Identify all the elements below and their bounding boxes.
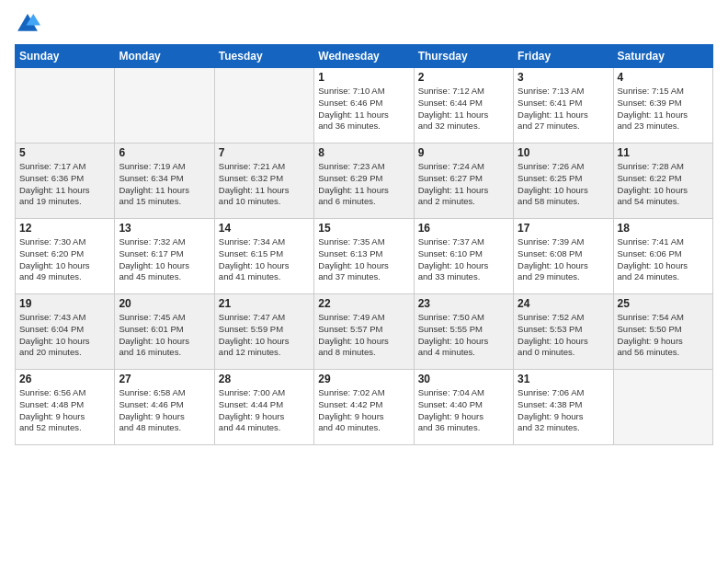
day-info: Sunrise: 7:30 AM Sunset: 6:20 PM Dayligh… (19, 236, 110, 283)
day-number: 28 (219, 373, 310, 385)
day-number: 23 (418, 297, 509, 310)
calendar-cell: 3Sunrise: 7:13 AM Sunset: 6:41 PM Daylig… (514, 68, 613, 144)
calendar-cell: 9Sunrise: 7:24 AM Sunset: 6:27 PM Daylig… (414, 144, 513, 219)
calendar-week-row: 5Sunrise: 7:17 AM Sunset: 6:36 PM Daylig… (16, 144, 713, 219)
day-info: Sunrise: 7:28 AM Sunset: 6:22 PM Dayligh… (618, 161, 709, 208)
day-info: Sunrise: 7:52 AM Sunset: 5:53 PM Dayligh… (518, 312, 609, 359)
calendar-cell: 26Sunrise: 6:56 AM Sunset: 4:48 PM Dayli… (16, 370, 115, 445)
calendar-cell: 14Sunrise: 7:34 AM Sunset: 6:15 PM Dayli… (214, 219, 313, 294)
day-number: 31 (518, 373, 609, 385)
weekday-header-sunday: Sunday (16, 45, 115, 68)
calendar-cell: 2Sunrise: 7:12 AM Sunset: 6:44 PM Daylig… (414, 68, 513, 144)
day-info: Sunrise: 7:34 AM Sunset: 6:15 PM Dayligh… (219, 236, 310, 283)
calendar-table: SundayMondayTuesdayWednesdayThursdayFrid… (15, 44, 713, 445)
day-number: 27 (119, 373, 210, 385)
calendar-cell: 13Sunrise: 7:32 AM Sunset: 6:17 PM Dayli… (115, 219, 214, 294)
page: SundayMondayTuesdayWednesdayThursdayFrid… (0, 0, 728, 563)
day-info: Sunrise: 7:10 AM Sunset: 6:46 PM Dayligh… (318, 86, 409, 132)
day-info: Sunrise: 7:41 AM Sunset: 6:06 PM Dayligh… (618, 236, 709, 283)
calendar-cell: 17Sunrise: 7:39 AM Sunset: 6:08 PM Dayli… (514, 219, 613, 294)
day-info: Sunrise: 7:19 AM Sunset: 6:34 PM Dayligh… (119, 161, 210, 208)
calendar-cell: 30Sunrise: 7:04 AM Sunset: 4:40 PM Dayli… (414, 370, 513, 445)
calendar-cell: 16Sunrise: 7:37 AM Sunset: 6:10 PM Dayli… (414, 219, 513, 294)
weekday-header-friday: Friday (514, 45, 613, 68)
day-info: Sunrise: 7:00 AM Sunset: 4:44 PM Dayligh… (219, 387, 310, 434)
day-number: 14 (219, 222, 310, 235)
day-number: 11 (618, 146, 709, 159)
calendar-cell: 6Sunrise: 7:19 AM Sunset: 6:34 PM Daylig… (115, 144, 214, 219)
weekday-header-row: SundayMondayTuesdayWednesdayThursdayFrid… (16, 45, 713, 68)
calendar-cell: 25Sunrise: 7:54 AM Sunset: 5:50 PM Dayli… (613, 294, 712, 370)
calendar-week-row: 19Sunrise: 7:43 AM Sunset: 6:04 PM Dayli… (16, 294, 713, 370)
calendar-week-row: 12Sunrise: 7:30 AM Sunset: 6:20 PM Dayli… (16, 219, 713, 294)
logo-icon (15, 11, 40, 37)
calendar-cell: 5Sunrise: 7:17 AM Sunset: 6:36 PM Daylig… (16, 144, 115, 219)
day-info: Sunrise: 7:17 AM Sunset: 6:36 PM Dayligh… (19, 161, 110, 208)
day-info: Sunrise: 7:32 AM Sunset: 6:17 PM Dayligh… (119, 236, 210, 283)
day-number: 9 (418, 146, 509, 159)
calendar-cell: 1Sunrise: 7:10 AM Sunset: 6:46 PM Daylig… (314, 68, 414, 144)
day-number: 10 (518, 146, 609, 159)
calendar-cell: 24Sunrise: 7:52 AM Sunset: 5:53 PM Dayli… (514, 294, 613, 370)
calendar-cell: 28Sunrise: 7:00 AM Sunset: 4:44 PM Dayli… (214, 370, 313, 445)
calendar-cell (115, 68, 214, 144)
day-info: Sunrise: 7:04 AM Sunset: 4:40 PM Dayligh… (418, 387, 509, 434)
logo (15, 11, 44, 37)
calendar-cell: 8Sunrise: 7:23 AM Sunset: 6:29 PM Daylig… (314, 144, 414, 219)
day-number: 12 (19, 222, 110, 235)
day-info: Sunrise: 7:24 AM Sunset: 6:27 PM Dayligh… (418, 161, 509, 208)
day-number: 15 (318, 222, 409, 235)
day-number: 13 (119, 222, 210, 235)
calendar-cell (613, 370, 712, 445)
calendar-cell: 29Sunrise: 7:02 AM Sunset: 4:42 PM Dayli… (314, 370, 414, 445)
calendar-cell: 4Sunrise: 7:15 AM Sunset: 6:39 PM Daylig… (613, 68, 712, 144)
day-info: Sunrise: 7:37 AM Sunset: 6:10 PM Dayligh… (418, 236, 509, 283)
calendar-cell: 11Sunrise: 7:28 AM Sunset: 6:22 PM Dayli… (613, 144, 712, 219)
calendar-cell: 22Sunrise: 7:49 AM Sunset: 5:57 PM Dayli… (314, 294, 414, 370)
calendar-cell: 18Sunrise: 7:41 AM Sunset: 6:06 PM Dayli… (613, 219, 712, 294)
calendar-cell: 23Sunrise: 7:50 AM Sunset: 5:55 PM Dayli… (414, 294, 513, 370)
day-number: 22 (318, 297, 409, 310)
day-info: Sunrise: 7:13 AM Sunset: 6:41 PM Dayligh… (518, 86, 609, 132)
day-info: Sunrise: 7:21 AM Sunset: 6:32 PM Dayligh… (219, 161, 310, 208)
day-info: Sunrise: 7:39 AM Sunset: 6:08 PM Dayligh… (518, 236, 609, 283)
day-info: Sunrise: 7:06 AM Sunset: 4:38 PM Dayligh… (518, 387, 609, 434)
day-info: Sunrise: 7:45 AM Sunset: 6:01 PM Dayligh… (119, 312, 210, 359)
day-info: Sunrise: 7:49 AM Sunset: 5:57 PM Dayligh… (318, 312, 409, 359)
calendar-cell: 19Sunrise: 7:43 AM Sunset: 6:04 PM Dayli… (16, 294, 115, 370)
calendar-cell: 31Sunrise: 7:06 AM Sunset: 4:38 PM Dayli… (514, 370, 613, 445)
day-number: 2 (418, 71, 509, 84)
day-info: Sunrise: 7:50 AM Sunset: 5:55 PM Dayligh… (418, 312, 509, 359)
day-info: Sunrise: 7:35 AM Sunset: 6:13 PM Dayligh… (318, 236, 409, 283)
day-number: 6 (119, 146, 210, 159)
day-number: 7 (219, 146, 310, 159)
day-number: 18 (618, 222, 709, 235)
calendar-cell: 20Sunrise: 7:45 AM Sunset: 6:01 PM Dayli… (115, 294, 214, 370)
calendar-cell: 15Sunrise: 7:35 AM Sunset: 6:13 PM Dayli… (314, 219, 414, 294)
calendar-cell: 12Sunrise: 7:30 AM Sunset: 6:20 PM Dayli… (16, 219, 115, 294)
day-info: Sunrise: 7:23 AM Sunset: 6:29 PM Dayligh… (318, 161, 409, 208)
day-info: Sunrise: 7:02 AM Sunset: 4:42 PM Dayligh… (318, 387, 409, 434)
day-number: 21 (219, 297, 310, 310)
day-number: 24 (518, 297, 609, 310)
header (15, 11, 713, 37)
calendar-week-row: 26Sunrise: 6:56 AM Sunset: 4:48 PM Dayli… (16, 370, 713, 445)
calendar-cell: 21Sunrise: 7:47 AM Sunset: 5:59 PM Dayli… (214, 294, 313, 370)
day-number: 16 (418, 222, 509, 235)
day-number: 19 (19, 297, 110, 310)
calendar-cell: 27Sunrise: 6:58 AM Sunset: 4:46 PM Dayli… (115, 370, 214, 445)
day-number: 25 (618, 297, 709, 310)
day-info: Sunrise: 6:56 AM Sunset: 4:48 PM Dayligh… (19, 387, 110, 434)
weekday-header-thursday: Thursday (414, 45, 513, 68)
day-number: 20 (119, 297, 210, 310)
day-info: Sunrise: 7:26 AM Sunset: 6:25 PM Dayligh… (518, 161, 609, 208)
day-info: Sunrise: 7:47 AM Sunset: 5:59 PM Dayligh… (219, 312, 310, 359)
day-info: Sunrise: 7:43 AM Sunset: 6:04 PM Dayligh… (19, 312, 110, 359)
day-number: 30 (418, 373, 509, 385)
day-number: 4 (618, 71, 709, 84)
weekday-header-saturday: Saturday (613, 45, 712, 68)
calendar-cell: 7Sunrise: 7:21 AM Sunset: 6:32 PM Daylig… (214, 144, 313, 219)
day-number: 29 (318, 373, 409, 385)
day-number: 1 (318, 71, 409, 84)
day-info: Sunrise: 7:54 AM Sunset: 5:50 PM Dayligh… (618, 312, 709, 359)
